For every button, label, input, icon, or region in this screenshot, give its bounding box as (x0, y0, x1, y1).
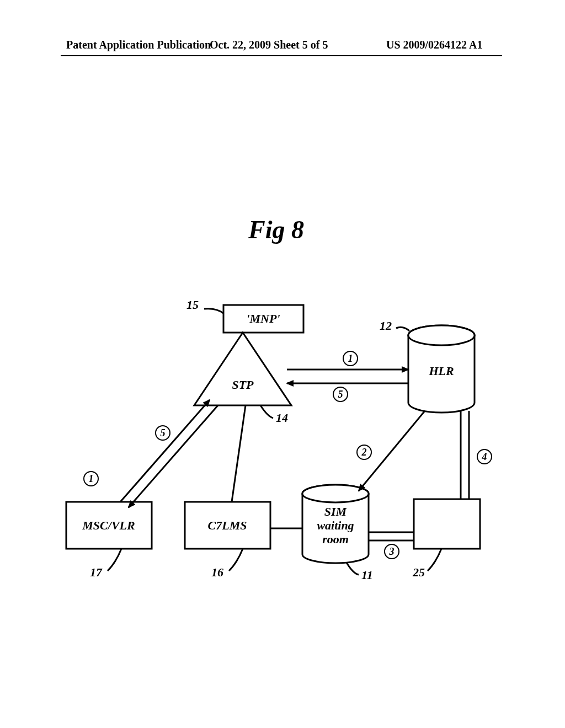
node-hlr-label: HLR (428, 364, 454, 378)
svg-point-5 (302, 485, 369, 502)
svg-text:2: 2 (361, 447, 367, 458)
ref-17: 17 (90, 565, 103, 579)
ref-11: 11 (361, 568, 373, 582)
edge-stp-c7lms (232, 405, 246, 502)
svg-point-3 (408, 325, 475, 345)
step-5a: 5 (333, 387, 348, 402)
node-hlr: HLR 12 (380, 319, 475, 413)
svg-text:5: 5 (161, 427, 166, 438)
edge-stp-msc-5 (129, 405, 218, 507)
svg-text:4: 4 (482, 451, 487, 462)
step-4: 4 (477, 449, 492, 464)
step-1a: 1 (343, 351, 358, 366)
node-box25: 25 (412, 499, 480, 579)
step-5b: 5 (156, 426, 170, 440)
node-msc: MSC/VLR 17 (66, 502, 152, 579)
step-2: 2 (357, 445, 371, 459)
node-mnp-label: 'MNP' (246, 312, 280, 325)
edge-msc-stp-1 (120, 400, 210, 502)
step-3: 3 (385, 544, 399, 559)
svg-text:1: 1 (89, 473, 94, 484)
page: Patent Application Publication Oct. 22, … (0, 0, 565, 728)
svg-text:3: 3 (389, 546, 395, 557)
node-c7lms-label: C7LMS (208, 518, 247, 532)
svg-text:5: 5 (338, 389, 343, 400)
node-sim: SIM waiting room 11 (302, 485, 373, 582)
node-sim-label1: SIM (324, 505, 348, 518)
node-msc-label: MSC/VLR (82, 518, 135, 532)
node-sim-label2: waiting (317, 518, 354, 532)
ref-25: 25 (412, 565, 425, 579)
step-1b: 1 (84, 472, 98, 486)
svg-marker-1 (194, 333, 291, 405)
node-stp: STP 14 (194, 333, 291, 425)
ref-15: 15 (186, 298, 199, 312)
ref-12: 12 (380, 319, 392, 333)
node-stp-label: STP (232, 378, 254, 392)
node-mnp: 'MNP' 15 (186, 298, 303, 333)
node-sim-label3: room (322, 532, 349, 546)
svg-text:1: 1 (348, 353, 353, 364)
svg-rect-8 (414, 499, 480, 549)
diagram-svg: 'MNP' 15 STP 14 HLR 12 SI (0, 0, 565, 728)
ref-16: 16 (211, 565, 223, 579)
ref-14: 14 (276, 411, 288, 425)
node-c7lms: C7LMS 16 (185, 502, 270, 579)
